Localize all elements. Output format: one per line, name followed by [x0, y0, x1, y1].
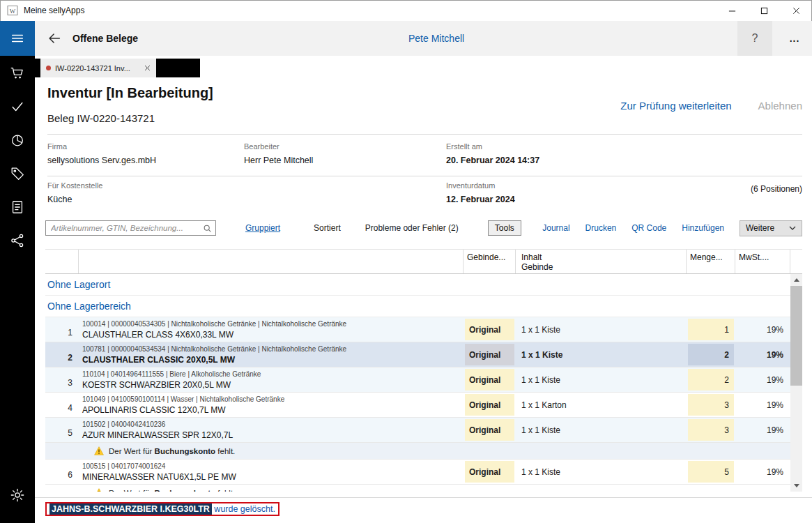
- sidebar-item-journal[interactable]: [0, 190, 35, 224]
- inhalt-cell: 1 x 1 Kiste: [516, 367, 687, 392]
- submit-review-link[interactable]: Zur Prüfung weiterleiten: [620, 100, 731, 112]
- tools-button[interactable]: Tools: [488, 220, 521, 236]
- header-inhalt-line2: Gebinde: [521, 262, 682, 272]
- header-number-column[interactable]: [45, 250, 79, 273]
- table-row[interactable]: 6100515 | 04017074001624MINERALWASSER NA…: [45, 460, 790, 485]
- main-area: Offene Belege Pete Mitchell ? ... IW-022…: [35, 21, 812, 523]
- table-row[interactable]: 2100781 | 00000040534534 | Nichtalkoholi…: [45, 342, 790, 367]
- tab-close-icon[interactable]: [144, 65, 151, 71]
- scroll-up-button[interactable]: [790, 274, 802, 286]
- table-row[interactable]: 5101502 | 04004042410236AZUR MINERALWASS…: [45, 418, 790, 443]
- price-tag-icon: [10, 166, 25, 181]
- field-firma: Firma sellysolutions Serv.ges.mbH: [47, 142, 156, 165]
- table-row[interactable]: 3110104 | 04014964111555 | Biere | Alkoh…: [45, 367, 790, 393]
- weitere-dropdown[interactable]: Weitere: [740, 220, 802, 236]
- cart-icon: [10, 66, 25, 81]
- window-title: Meine sellyApps: [24, 6, 84, 15]
- row-warning: Der Wert für Buchungskonto fehlt.: [45, 443, 790, 460]
- sidebar-item-cart[interactable]: [0, 56, 35, 90]
- menge-value[interactable]: 2: [688, 344, 734, 365]
- field-value: Küche: [47, 195, 102, 204]
- checkmark-icon: [10, 99, 25, 114]
- menge-cell: 3: [687, 393, 735, 417]
- header-description-column[interactable]: [79, 250, 464, 273]
- scrollbar-thumb[interactable]: [790, 286, 802, 386]
- link-journal[interactable]: Journal: [542, 223, 569, 233]
- sidebar-item-network[interactable]: [0, 224, 35, 257]
- row-meta: 100014 | 00000040534305 | Nichtalkoholis…: [82, 320, 464, 328]
- help-button[interactable]: ?: [737, 21, 772, 56]
- sidebar-item-articles[interactable]: [0, 157, 35, 190]
- menge-cell: 2: [687, 342, 735, 367]
- group-row[interactable]: Ohne Lagerbereich: [45, 296, 790, 317]
- tab-bar: IW-0220-143721 Inv...: [35, 56, 812, 77]
- field-value: 12. Februar 2024: [446, 195, 515, 204]
- field-row-2: Für Kostenstelle Küche Inventurdatum 12.…: [47, 181, 802, 218]
- document-tab[interactable]: IW-0220-143721 Inv...: [40, 59, 156, 77]
- close-button[interactable]: [780, 0, 812, 21]
- menge-cell: 1: [687, 317, 735, 342]
- inhalt-cell: 1 x 1 Kiste: [516, 418, 687, 442]
- window-controls: [716, 0, 812, 21]
- table-row[interactable]: 4101049 | 04100590100114 | Wasser | Nich…: [45, 393, 790, 418]
- sorted-toggle[interactable]: Sortiert: [314, 223, 341, 233]
- gebinde-value[interactable]: Original: [465, 369, 514, 391]
- share-network-icon: [10, 233, 25, 248]
- maximize-button[interactable]: [748, 0, 780, 21]
- sidebar-item-reports[interactable]: [0, 123, 35, 157]
- field-inventurdatum: Inventurdatum 12. Februar 2024: [446, 181, 515, 204]
- more-options-button[interactable]: ...: [777, 21, 812, 56]
- minimize-button[interactable]: [716, 0, 748, 21]
- link-qr-code[interactable]: QR Code: [631, 223, 666, 233]
- unsaved-changes-dot: [46, 66, 51, 70]
- group-row[interactable]: Ohne Lagerort: [45, 274, 790, 296]
- row-description: 101049 | 04100590100114 | Wasser | Nicht…: [79, 393, 464, 417]
- menge-value[interactable]: 3: [688, 394, 734, 416]
- document-title: Inventur [In Bearbeitung]: [47, 85, 213, 101]
- gebinde-value[interactable]: Original: [465, 344, 514, 365]
- grouped-toggle[interactable]: Gruppiert: [245, 223, 280, 233]
- current-user[interactable]: Pete Mitchell: [408, 33, 464, 44]
- row-number: 3: [45, 367, 79, 392]
- header-scrollbar-gap: [790, 250, 802, 273]
- header-menge[interactable]: Menge...: [687, 250, 735, 273]
- table-row[interactable]: 1100014 | 00000040534305 | Nichtalkoholi…: [45, 317, 790, 342]
- back-button[interactable]: [42, 26, 67, 51]
- reject-link[interactable]: Ablehnen: [758, 100, 802, 112]
- row-name: CLAUSTHALER CLASSIC 20X0,5L MW: [82, 355, 464, 365]
- scroll-down-button[interactable]: [790, 480, 802, 492]
- gebinde-value[interactable]: Original: [465, 319, 514, 340]
- menu-button[interactable]: [0, 21, 35, 56]
- hamburger-icon: [10, 31, 25, 46]
- menge-value[interactable]: 2: [688, 369, 734, 391]
- gear-icon: [10, 487, 25, 503]
- search-icon[interactable]: [203, 224, 212, 233]
- link-drucken[interactable]: Drucken: [585, 223, 617, 233]
- field-erstellt-am: Erstellt am 20. Februar 2024 14:37: [446, 142, 539, 165]
- mwst-cell: 19%: [735, 367, 790, 392]
- divider: [47, 176, 802, 176]
- tab-strip: IW-0220-143721 Inv...: [35, 59, 200, 77]
- settings-button[interactable]: [0, 478, 35, 512]
- menge-cell: 2: [687, 367, 735, 392]
- link-hinzufuegen[interactable]: Hinzufügen: [682, 223, 724, 233]
- header-mwst[interactable]: MwSt....: [735, 250, 790, 273]
- row-meta: 101049 | 04100590100114 | Wasser | Nicht…: [82, 395, 464, 403]
- field-kostenstelle: Für Kostenstelle Küche: [47, 181, 102, 204]
- document-number: Beleg IW-0220-143721: [47, 112, 155, 124]
- vertical-scrollbar[interactable]: [790, 274, 802, 492]
- row-name: MINERALWASSER NATU6X1,5L PE MW: [82, 472, 464, 482]
- problems-filter[interactable]: Probleme oder Fehler (2): [365, 223, 459, 233]
- gebinde-value[interactable]: Original: [465, 394, 514, 416]
- menge-value[interactable]: 1: [688, 319, 734, 340]
- header-inhalt-gebinde[interactable]: Inhalt Gebinde: [516, 250, 687, 273]
- scroll-down-icon: [794, 484, 799, 487]
- menge-value[interactable]: 3: [688, 419, 734, 441]
- gebinde-value[interactable]: Original: [465, 419, 514, 441]
- gebinde-value[interactable]: Original: [465, 461, 514, 483]
- header-gebinde[interactable]: Gebinde...: [464, 250, 516, 273]
- menge-value[interactable]: 5: [688, 461, 734, 483]
- search-input[interactable]: [46, 221, 215, 235]
- mwst-cell: 19%: [735, 317, 790, 342]
- sidebar-item-tasks[interactable]: [0, 90, 35, 123]
